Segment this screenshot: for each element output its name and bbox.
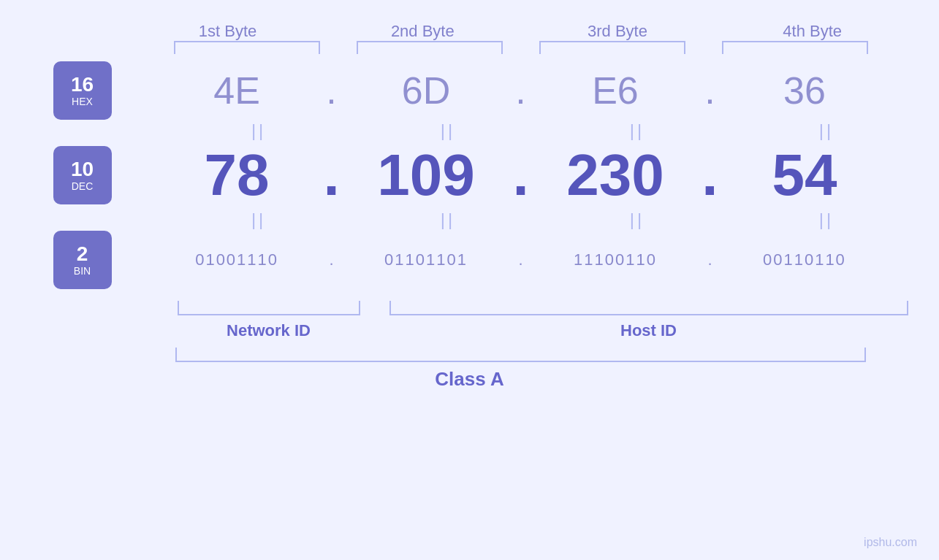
hex-dot-2: . [508,69,534,112]
dec-badge: 10 DEC [53,146,112,204]
class-label: Class A [435,368,503,390]
id-labels-row: Network ID Host ID [29,321,910,340]
class-bracket-right-spacer [866,348,910,362]
bin-base-name: BIN [74,265,91,277]
bin-base-num: 2 [77,243,88,266]
hex-byte-4: 36 [723,69,886,112]
hex-byte-2: 6D [344,69,507,112]
bin-dot-1: . [319,250,345,269]
main-container: 1st Byte 2nd Byte 3rd Byte 4th Byte 16 H… [0,0,939,560]
hex-values: 4E . 6D . E6 . 36 [156,69,886,112]
dec-row: 10 DEC 78 . 109 . 230 . 54 [29,142,910,209]
equals-2-2: || [366,210,529,230]
id-brackets-row [29,294,910,315]
bin-dot-3: . [697,250,723,269]
network-id-bracket [178,301,360,315]
hex-dot-3: . [697,69,723,112]
hex-base-num: 16 [71,74,94,96]
top-bracket-2 [357,41,503,54]
dec-byte-1: 78 [156,142,319,209]
dec-dot-1: . [319,142,345,209]
host-id-bracket [389,301,908,315]
equals-row-2: || || || || [29,209,910,231]
equals-2-1: || [178,210,341,230]
bin-values: 01001110 . 01101101 . 11100110 . 0011011… [156,250,886,269]
hex-row: 16 HEX 4E . 6D . E6 . 36 [29,61,910,120]
id-labels-content: Network ID Host ID [178,321,908,340]
class-bracket [175,348,866,362]
hex-dot-1: . [319,69,345,112]
bracket-3-wrap [521,41,704,55]
top-brackets-row [29,41,910,55]
byte-headers-row: 1st Byte 2nd Byte 3rd Byte 4th Byte [29,22,910,41]
hex-base-name: HEX [72,96,93,107]
bracket-4-wrap [704,41,886,55]
dec-dot-2: . [508,142,534,209]
equals-2-4: || [745,210,908,230]
dec-values: 78 . 109 . 230 . 54 [156,142,886,209]
bin-byte-1: 01001110 [156,250,319,269]
watermark: ipshu.com [864,536,917,549]
byte-header-4: 4th Byte [715,22,910,41]
network-id-label: Network ID [178,321,360,340]
hex-byte-3: E6 [533,69,696,112]
dec-byte-3: 230 [533,142,696,209]
bin-badge: 2 BIN [53,231,112,289]
bracket-2-wrap [338,41,521,55]
bracket-1-wrap [156,41,338,55]
dec-base-num: 10 [71,158,94,181]
equals-values-2: || || || || [178,210,908,230]
bin-byte-2: 01101101 [344,250,507,269]
equals-row-1: || || || || [29,120,910,142]
bin-dot-2: . [508,250,534,269]
bin-byte-3: 11100110 [533,250,696,269]
equals-1-2: || [366,120,529,141]
hex-badge: 16 HEX [53,61,112,120]
equals-1-3: || [555,120,718,141]
equals-2-3: || [555,210,718,230]
equals-1-1: || [178,120,341,141]
id-brackets-content [178,301,908,315]
top-bracket-4 [722,41,868,54]
dec-byte-4: 54 [723,142,886,209]
bin-row: 2 BIN 01001110 . 01101101 . 11100110 . 0… [29,231,910,289]
equals-values-1: || || || || [178,120,908,141]
top-bracket-1 [174,41,320,54]
byte-header-1: 1st Byte [130,22,325,41]
class-bracket-row [29,348,910,362]
host-id-label: Host ID [389,321,908,340]
class-bracket-spacer [29,348,175,362]
class-label-row: Class A [29,368,910,391]
equals-1-4: || [745,120,908,141]
dec-dot-3: . [697,142,723,209]
byte-header-2: 2nd Byte [325,22,520,41]
bin-byte-4: 00110110 [723,250,886,269]
dec-byte-2: 109 [344,142,507,209]
class-section: Class A [29,348,910,391]
byte-header-3: 3rd Byte [520,22,715,41]
hex-byte-1: 4E [156,69,319,112]
dec-base-name: DEC [72,180,94,192]
top-bracket-3 [539,41,685,54]
